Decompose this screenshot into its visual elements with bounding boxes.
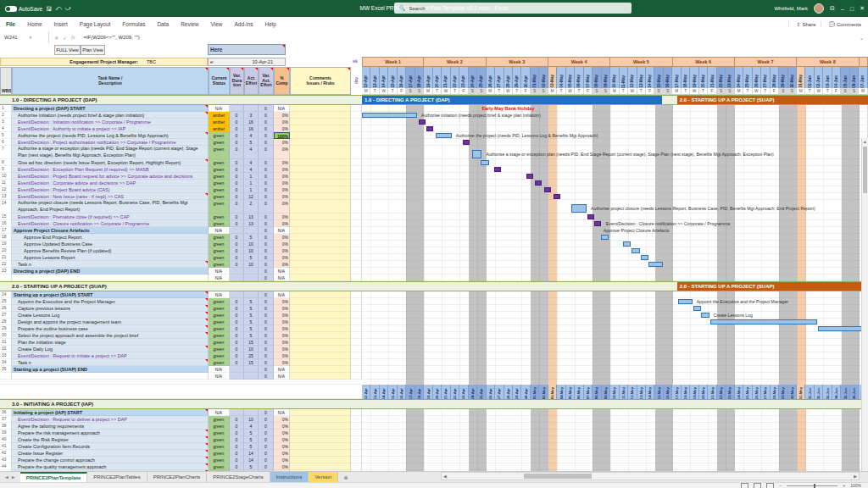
cell-act-effort[interactable]: 5 [244, 234, 259, 241]
cell-comments[interactable] [290, 443, 351, 450]
cell-act-effort[interactable] [244, 409, 259, 416]
cell-var-duration[interactable]: 0 [230, 159, 244, 166]
cell-act-effort[interactable] [244, 268, 259, 274]
cell-wbs[interactable]: 22 [0, 261, 12, 268]
cell-var-act-effort[interactable]: 0 [259, 180, 274, 186]
cell-var-act-effort[interactable]: 0 [259, 366, 274, 373]
cell-var-duration[interactable]: 0 [230, 352, 244, 359]
cell-wbs[interactable]: 2 [0, 112, 12, 119]
cell-act-effort[interactable]: 5 [244, 436, 259, 443]
cell-wbs[interactable]: 34 [0, 359, 12, 366]
cell-task-name[interactable]: Authorise project closure (needs Lessons… [12, 200, 209, 214]
plan-view-button[interactable]: Plan View [81, 45, 105, 55]
cell-var-act-effort[interactable]: 0 [259, 173, 274, 180]
cell-var-duration[interactable] [230, 227, 244, 234]
cell-var-act-effort[interactable]: 0 [259, 125, 274, 132]
cell-task-name[interactable]: Design and appoint the project managemen… [12, 319, 209, 325]
cell-var-duration[interactable]: 0 [230, 298, 244, 305]
cell-var-act-effort[interactable]: 0 [259, 298, 274, 305]
cell-task-name[interactable]: Event/Decision : Request to initiate a p… [12, 352, 209, 359]
cell-wbs[interactable]: 7 [0, 146, 12, 159]
cell-var-duration[interactable]: 0 [230, 463, 244, 470]
cell-task-name[interactable]: Event/Decision : Closure notification >>… [12, 220, 209, 227]
cell-var-duration[interactable]: 0 [230, 139, 244, 146]
cell-comments[interactable] [290, 352, 351, 359]
cell-var-duration[interactable]: 0 [230, 430, 244, 436]
cell-current-status[interactable]: green [209, 359, 230, 366]
cell-wbs[interactable]: 13 [0, 193, 12, 200]
cell-comments[interactable] [290, 200, 351, 214]
cell-act-effort[interactable]: 13 [244, 214, 259, 220]
cell-comments[interactable] [290, 463, 351, 470]
cell-act-effort[interactable]: 4 [244, 159, 259, 166]
cell-task-name[interactable]: Event/Decision : Authority to initiate a… [12, 125, 209, 132]
cell-act-effort[interactable]: 5 [244, 443, 259, 450]
cell-var-act-effort[interactable]: 0 [259, 112, 274, 119]
cell-wbs[interactable]: 27 [0, 312, 12, 319]
cell-comments[interactable] [290, 359, 351, 366]
cell-pct-complete[interactable]: N/A [274, 366, 290, 373]
expand-formula-bar-icon[interactable]: ⌄ [860, 35, 864, 41]
cell-pct-complete[interactable]: 0% [274, 430, 290, 436]
cell-var-duration[interactable]: 0 [230, 443, 244, 450]
zoom-slider-thumb[interactable] [814, 484, 815, 488]
ribbon-tab-page-layout[interactable]: Page Layout [74, 17, 117, 31]
cell-pct-complete[interactable]: 0% [274, 325, 290, 332]
cell-pct-complete[interactable]: N/A [274, 291, 290, 298]
ribbon-tab-file[interactable]: File [0, 17, 21, 31]
cell-var-act-effort[interactable]: 0 [259, 373, 274, 380]
cell-current-status[interactable]: amber [209, 125, 230, 132]
maximize-button[interactable]: □ [850, 6, 854, 12]
cell-pct-complete[interactable]: 0% [274, 463, 290, 470]
cell-var-act-effort[interactable]: 0 [259, 105, 274, 112]
cell-act-effort[interactable] [244, 291, 259, 298]
cell-pct-complete[interactable]: 0% [274, 119, 290, 125]
user-name[interactable]: Whitfield, Mark [774, 6, 808, 11]
cell-wbs[interactable]: 25 [0, 298, 12, 305]
cell-var-act-effort[interactable]: 0 [259, 234, 274, 241]
confirm-entry-icon[interactable]: ✓ [63, 35, 67, 41]
cell-act-effort[interactable]: 15 [244, 359, 259, 366]
avatar[interactable] [814, 3, 824, 14]
cell-var-act-effort[interactable]: 0 [259, 146, 274, 159]
cell-var-act-effort[interactable]: 0 [259, 241, 274, 247]
cell-act-effort[interactable] [244, 227, 259, 234]
cell-var-act-effort[interactable]: 0 [259, 339, 274, 346]
undo-icon[interactable]: ⤺ [55, 5, 61, 12]
cell-wbs[interactable]: 24 [0, 291, 12, 298]
ribbon-tab-review[interactable]: Review [175, 17, 204, 31]
cell-act-effort[interactable]: 10 [244, 261, 259, 268]
cell-pct-complete[interactable]: 0% [274, 139, 290, 146]
cell-var-act-effort[interactable]: 0 [259, 193, 274, 200]
cell-var-act-effort[interactable]: 0 [259, 312, 274, 319]
cell-wbs[interactable]: 15 [0, 214, 12, 220]
col-header-var-act-effort[interactable]: Var. Act. Effort [259, 67, 274, 95]
cell-current-status[interactable]: green [209, 241, 230, 247]
cell-var-act-effort[interactable]: 0 [259, 450, 274, 457]
cell-pct-complete[interactable]: 0% [274, 457, 290, 463]
cell-current-status[interactable]: N/A [209, 268, 230, 274]
cell-task-name[interactable]: Event/Decision : Project authorisation n… [12, 139, 209, 146]
cell-comments[interactable] [290, 261, 351, 268]
normal-view-icon[interactable] [741, 483, 748, 488]
cell-comments[interactable] [290, 325, 351, 332]
cell-var-duration[interactable]: 0 [230, 261, 244, 268]
cell-var-act-effort[interactable]: 0 [259, 325, 274, 332]
cell-comments[interactable] [290, 220, 351, 227]
cell-act-effort[interactable]: 5 [244, 298, 259, 305]
cell-pct-complete[interactable]: N/A [274, 274, 290, 281]
vertical-scrollbar-thumb[interactable] [863, 147, 867, 193]
cell-var-duration[interactable]: 0 [230, 319, 244, 325]
cell-wbs[interactable]: 3 [0, 119, 12, 125]
ribbon-tab-help[interactable]: Help [259, 17, 282, 31]
cell-comments[interactable] [290, 366, 351, 373]
cell-var-duration[interactable]: 0 [230, 325, 244, 332]
project-manager-cell[interactable]: Engagement/ Project Manager: TBC [0, 58, 208, 66]
cell-act-effort[interactable]: 4 [244, 166, 259, 173]
cell-pct-complete[interactable]: 0% [274, 261, 290, 268]
cell-current-status[interactable]: green [209, 346, 230, 352]
cell-comments[interactable] [290, 234, 351, 241]
cancel-entry-icon[interactable]: ✕ [54, 35, 58, 41]
cell-comments[interactable] [290, 291, 351, 298]
cell-current-status[interactable]: N/A [209, 409, 230, 416]
